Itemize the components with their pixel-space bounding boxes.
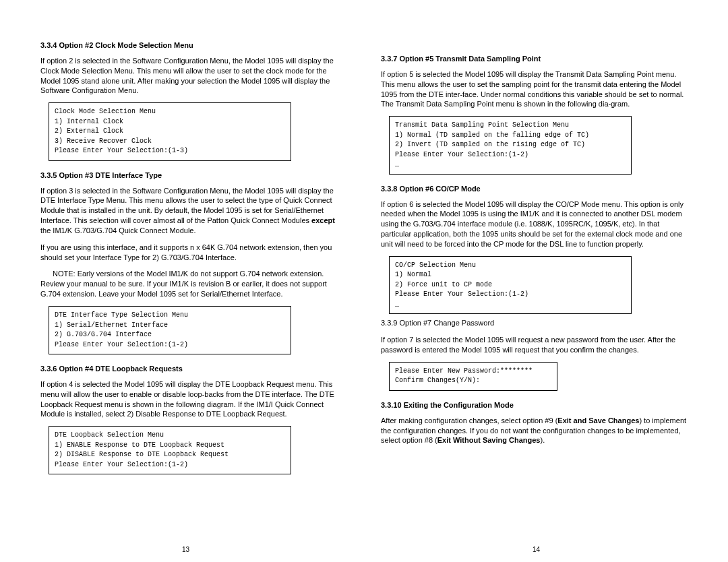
section-heading: 3.3.10 Exiting the Configuration Mode [381, 400, 688, 410]
section-heading: 3.3.7 Option #5 Transmit Data Sampling P… [381, 54, 688, 64]
bold-span: Exit Without Saving Changes [437, 436, 541, 444]
clock-mode-menu: Clock Mode Selection Menu 1) Internal Cl… [49, 102, 291, 161]
section-heading: 3.3.6 Option #4 DTE Loopback Requests [40, 364, 347, 374]
page-number: 13 [182, 545, 189, 555]
text-span: ). [540, 436, 545, 444]
two-column-layout: 3.3.4 Option #2 Clock Mode Selection Men… [0, 0, 728, 562]
password-menu: Please Enter New Password:******** Confi… [389, 362, 557, 391]
dte-loopback-menu: DTE Loopback Selection Menu 1) ENABLE Re… [49, 426, 291, 474]
body-paragraph: If option 4 is selected the Model 1095 w… [40, 379, 347, 419]
body-paragraph: After making configuration changes, sele… [381, 416, 688, 446]
document-page: 3.3.4 Option #2 Clock Mode Selection Men… [0, 0, 728, 562]
section-heading: 3.3.4 Option #2 Clock Mode Selection Men… [40, 40, 347, 51]
body-paragraph: If you are using this interface, and it … [40, 243, 347, 263]
co-cp-menu: CO/CP Selection Menu 1) Normal 2) Force … [389, 256, 632, 315]
left-column: 3.3.4 Option #2 Clock Mode Selection Men… [40, 40, 347, 542]
right-column: 3.3.7 Option #5 Transmit Data Sampling P… [381, 40, 688, 542]
bold-span: except [311, 216, 335, 224]
transmit-data-menu: Transmit Data Sampling Point Selection M… [389, 116, 632, 175]
body-paragraph: If option 2 is selected in the Software … [40, 56, 347, 96]
dte-interface-menu: DTE Interface Type Selection Menu 1) Ser… [49, 306, 291, 354]
text-span: After making configuration changes, sele… [381, 416, 557, 425]
section-heading: 3.3.8 Option #6 CO/CP Mode [381, 184, 688, 194]
page-number: 14 [533, 545, 540, 555]
body-paragraph: If option 6 is selected the Model 1095 w… [381, 199, 688, 249]
body-paragraph: If option 3 is selected in the Software … [40, 186, 347, 236]
body-paragraph: NOTE: Early versions of the Model IM1/K … [40, 269, 347, 299]
section-heading-plain: 3.3.9 Option #7 Change Password [381, 318, 688, 328]
bold-span: Exit and Save Changes [557, 416, 639, 425]
section-heading: 3.3.5 Option #3 DTE Interface Type [40, 170, 347, 181]
body-paragraph: If option 5 is selected the Model 1095 w… [381, 69, 688, 109]
text-span: If option 3 is selected in the Software … [40, 187, 334, 225]
body-paragraph: If option 7 is selected the Model 1095 w… [381, 335, 688, 355]
text-span: the IM1/K G.703/G.704 Quick Connect Modu… [40, 226, 196, 235]
